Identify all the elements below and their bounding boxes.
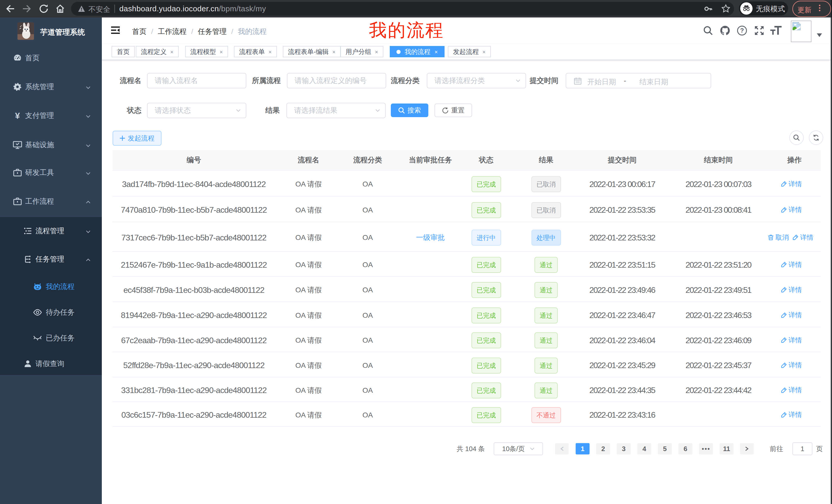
svg-text:?: ? — [740, 27, 744, 34]
